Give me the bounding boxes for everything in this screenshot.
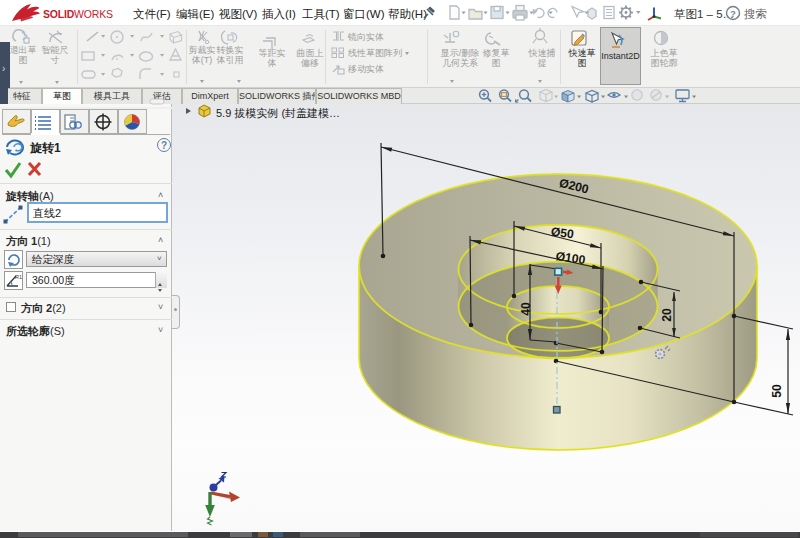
- svg-text:Ø50: Ø50: [550, 225, 575, 242]
- svg-text:40: 40: [519, 302, 533, 316]
- svg-text:20: 20: [660, 308, 674, 322]
- svg-text:?: ?: [730, 9, 736, 19]
- svg-text:50: 50: [770, 384, 784, 398]
- svg-text:SOLIDWORKS: SOLIDWORKS: [43, 8, 113, 20]
